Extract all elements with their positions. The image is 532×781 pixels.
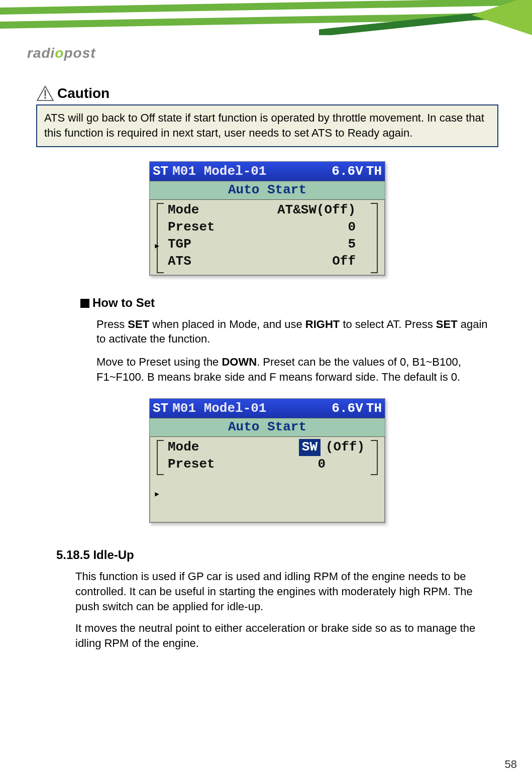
lcd-row-preset: Preset 0	[168, 219, 371, 236]
header-stripes	[0, 0, 532, 35]
lcd-voltage: 6.6V	[332, 164, 366, 179]
bullet-square-icon	[80, 299, 89, 308]
lcd-row-mode: Mode SW (Off)	[168, 439, 371, 456]
brand-logo: radiopost	[27, 45, 96, 61]
lcd-voltage: 6.6V	[332, 401, 366, 416]
howto-heading: How to Set	[80, 296, 498, 310]
howto-paragraph-1: Press SET when placed in Mode, and use R…	[80, 317, 498, 347]
idle-up-paragraph-1: This function is used if GP car is used …	[56, 569, 498, 614]
howto-paragraph-2: Move to Preset using the DOWN. Preset ca…	[80, 355, 498, 384]
lcd-st-label: ST	[153, 401, 168, 416]
page-number: 58	[505, 758, 517, 771]
lcd-subtitle: Auto Start	[150, 418, 385, 437]
caution-heading: Caution	[36, 85, 498, 101]
idle-up-paragraph-2: It moves the neutral point to either acc…	[56, 621, 498, 650]
lcd-th-label: TH	[366, 164, 382, 179]
caution-body: ATS will go back to Off state if start f…	[36, 104, 498, 147]
lcd-row-mode: Mode AT&SW(Off)	[168, 202, 371, 219]
lcd-subtitle: Auto Start	[150, 181, 385, 200]
lcd-row-ats: ATS Off	[168, 253, 371, 270]
warning-icon	[36, 85, 54, 101]
lcd-screenshot-autostart-sw: ST M01 Model-01 6.6V TH Auto Start ▸ Mod…	[149, 398, 385, 523]
lcd-model-label: M01 Model-01	[168, 401, 332, 416]
cursor-icon: ▸	[154, 487, 160, 501]
caution-title: Caution	[57, 85, 110, 101]
lcd-model-label: M01 Model-01	[168, 164, 332, 179]
lcd-row-preset: Preset 0	[168, 456, 371, 473]
lcd-st-label: ST	[153, 164, 168, 179]
cursor-icon: ▸	[154, 239, 160, 253]
lcd-screenshot-autostart-atsw: ST M01 Model-01 6.6V TH Auto Start ▸ Mod…	[149, 161, 385, 275]
svg-point-2	[44, 97, 46, 99]
lcd-row-tgp: TGP 5	[168, 236, 371, 253]
section-heading-idle-up: 5.18.5 Idle-Up	[56, 548, 498, 562]
lcd-th-label: TH	[366, 401, 382, 416]
